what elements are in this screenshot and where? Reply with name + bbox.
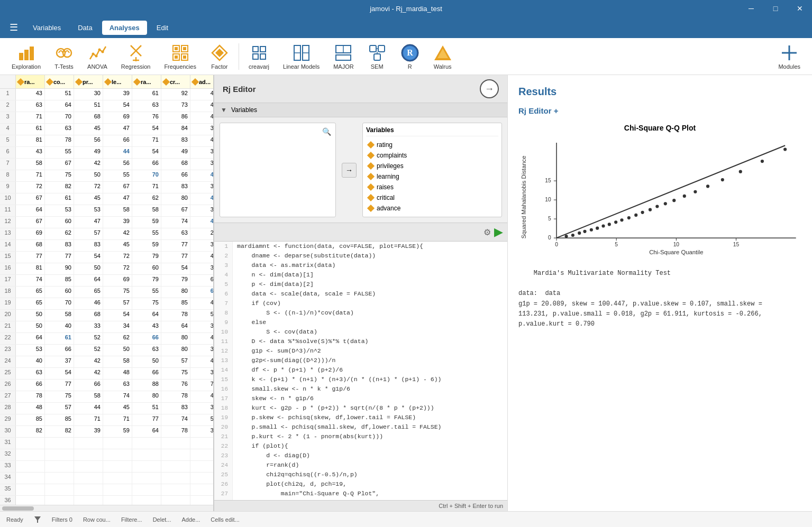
grid-cell[interactable]: 48 <box>190 112 213 123</box>
grid-cell[interactable]: 54 <box>132 124 161 135</box>
grid-cell[interactable]: 50 <box>16 321 45 332</box>
table-row[interactable]: 2264615262668041 <box>0 333 213 345</box>
editor-run-icon[interactable]: ▶ <box>494 225 503 239</box>
grid-cell[interactable]: 83 <box>45 240 74 251</box>
code-line[interactable]: 22 if (plot){ <box>214 441 507 451</box>
grid-cell[interactable]: 48 <box>103 368 132 379</box>
toolbar-exploration[interactable]: Exploration <box>5 40 47 73</box>
grid-cell[interactable]: 65 <box>74 286 103 298</box>
grid-cell-empty[interactable] <box>190 496 213 505</box>
grid-cell[interactable]: 80 <box>161 345 190 356</box>
grid-cell[interactable]: 90 <box>45 263 74 274</box>
grid-cell[interactable]: 83 <box>161 182 190 193</box>
code-line[interactable]: 14 df <- p * (p+1) * (p+2)/6 <box>214 365 507 375</box>
toolbar-creavarj[interactable]: creavarj <box>242 40 276 73</box>
grid-cell-empty[interactable] <box>103 461 132 472</box>
grid-cell[interactable]: 45 <box>74 124 103 135</box>
grid-cell[interactable]: 51 <box>132 403 161 414</box>
grid-cell[interactable]: 71 <box>132 135 161 146</box>
grid-cell[interactable]: 92 <box>161 89 190 100</box>
code-line[interactable]: 10 S <- cov(data) <box>214 327 507 337</box>
grid-cell[interactable]: 75 <box>132 298 161 309</box>
menu-data[interactable]: Data <box>70 21 99 35</box>
grid-cell-empty[interactable] <box>45 438 74 449</box>
grid-cell-empty[interactable] <box>132 484 161 495</box>
code-editor[interactable]: 1mardiamnt <- function(data, cov=FALSE, … <box>214 242 507 500</box>
table-row[interactable]: 1369625742556325 <box>0 228 213 240</box>
table-row[interactable]: 1865606575558060 <box>0 286 213 298</box>
col-header-pr[interactable]: pr... <box>74 75 103 88</box>
grid-cell[interactable]: 54 <box>74 252 103 263</box>
grid-cell[interactable]: 38 <box>190 403 213 414</box>
grid-cell-empty[interactable] <box>132 438 161 449</box>
grid-cell[interactable]: 54 <box>161 263 190 274</box>
grid-cell-empty[interactable] <box>161 438 190 449</box>
table-row[interactable]: 871755055706641 <box>0 170 213 182</box>
grid-cell[interactable]: 43 <box>16 147 45 158</box>
table-row[interactable]: 2985857171777455 <box>0 414 213 426</box>
grid-cell[interactable]: 66 <box>132 333 161 344</box>
grid-cell[interactable]: 80 <box>132 391 161 402</box>
grid-cell[interactable]: 46 <box>190 298 213 309</box>
grid-cell[interactable]: 57 <box>161 356 190 367</box>
grid-cell[interactable]: 54 <box>132 147 161 158</box>
grid-cell[interactable]: 60 <box>45 286 74 298</box>
var-item-learning[interactable]: learning <box>366 171 498 182</box>
grid-cell[interactable]: 62 <box>103 333 132 344</box>
code-line[interactable]: 19 p.skew <- pchisq(skew, df,lower.tail … <box>214 413 507 422</box>
code-line[interactable]: 27 main="Chi-Square Q-Q Plot", <box>214 489 507 498</box>
grid-cell[interactable]: 39 <box>74 426 103 437</box>
grid-cell[interactable]: 25 <box>190 228 213 239</box>
code-line[interactable]: 15 k <- (p+1) * (n+1) * (n+3)/(n * ((n+1… <box>214 375 507 384</box>
grid-cell-empty[interactable] <box>190 438 213 449</box>
grid-cell[interactable]: 63 <box>132 100 161 112</box>
grid-cell[interactable]: 33 <box>74 321 103 332</box>
grid-cell[interactable]: 72 <box>190 380 213 391</box>
grid-cell[interactable]: 61 <box>45 333 74 344</box>
grid-cell[interactable]: 64 <box>132 426 161 437</box>
code-line[interactable]: 6 data <- scale(data, scale = FALSE) <box>214 289 507 299</box>
toolbar-sem[interactable]: SEM <box>361 40 393 73</box>
grid-cell[interactable]: 47 <box>190 135 213 146</box>
code-line[interactable]: 24 r=rank(d) <box>214 460 507 470</box>
grid-cell[interactable]: 37 <box>190 345 213 356</box>
grid-cell[interactable]: 82 <box>16 426 45 437</box>
grid-cell-empty[interactable] <box>190 449 213 460</box>
table-row[interactable]: 2440374258505749 <box>0 356 213 368</box>
grid-cell[interactable]: 54 <box>103 100 132 112</box>
menu-edit[interactable]: Edit <box>149 21 176 35</box>
table-row[interactable]: 2848574445518338 <box>0 403 213 414</box>
grid-cell[interactable]: 65 <box>16 298 45 309</box>
grid-cell[interactable]: 69 <box>103 275 132 286</box>
grid-cell[interactable]: 67 <box>16 193 45 205</box>
grid-cell[interactable]: 58 <box>74 391 103 402</box>
grid-cell[interactable]: 63 <box>16 368 45 379</box>
grid-cell[interactable]: 41 <box>190 333 213 344</box>
grid-cell[interactable]: 44 <box>74 403 103 414</box>
code-line[interactable]: 2 dname <- deparse(substitute(data)) <box>214 251 507 261</box>
col-header-le[interactable]: le... <box>103 75 132 88</box>
grid-cell[interactable]: 52 <box>74 345 103 356</box>
table-row[interactable]: 758674256666835 <box>0 159 213 170</box>
code-line[interactable]: 13 g2p<-sum(diag((D^2)))/n <box>214 356 507 365</box>
grid-cell[interactable]: 70 <box>45 298 74 309</box>
grid-cell[interactable]: 55 <box>45 147 74 158</box>
grid-cell[interactable]: 75 <box>45 170 74 181</box>
grid-cell[interactable]: 83 <box>74 240 103 251</box>
grid-cell[interactable]: 49 <box>74 147 103 158</box>
maximize-button[interactable]: □ <box>763 0 788 17</box>
grid-cell-empty[interactable] <box>16 449 45 460</box>
var-item-rating[interactable]: rating <box>366 140 498 150</box>
grid-cell[interactable]: 82 <box>45 182 74 193</box>
table-row-empty[interactable]: 32 <box>0 449 213 461</box>
grid-cell-empty[interactable] <box>45 473 74 484</box>
grid-cell[interactable]: 60 <box>190 286 213 298</box>
grid-cell[interactable]: 47 <box>103 193 132 205</box>
table-row[interactable]: 263645154637347 <box>0 100 213 112</box>
table-row[interactable]: 1681905072605436 <box>0 263 213 275</box>
table-row-empty[interactable]: 33 <box>0 461 213 473</box>
editor-gear-icon[interactable]: ⚙ <box>483 227 491 237</box>
grid-cell[interactable]: 61 <box>16 124 45 135</box>
grid-cell[interactable]: 67 <box>103 182 132 193</box>
grid-cell[interactable]: 67 <box>161 205 190 216</box>
